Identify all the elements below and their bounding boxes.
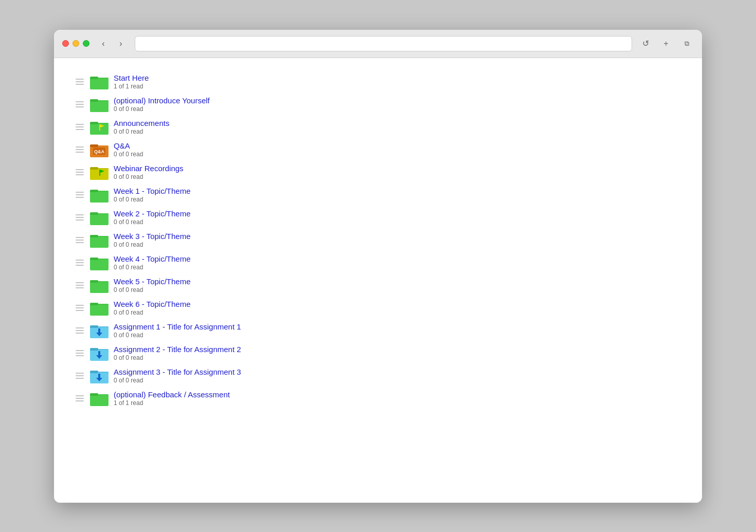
folder-icon xyxy=(90,74,109,89)
svg-rect-22 xyxy=(90,191,109,192)
item-text: Week 3 - Topic/Theme 0 of 0 read xyxy=(114,232,191,248)
item-text: Assignment 1 - Title for Assignment 1 0 … xyxy=(114,322,241,339)
item-title[interactable]: Webinar Recordings xyxy=(114,164,184,173)
item-text: Week 2 - Topic/Theme 0 of 0 read xyxy=(114,209,191,226)
drag-handle[interactable] xyxy=(75,213,85,222)
list-item: Week 2 - Topic/Theme 0 of 0 read xyxy=(75,206,681,229)
item-title[interactable]: Q&A xyxy=(114,141,143,150)
item-title[interactable]: Assignment 1 - Title for Assignment 1 xyxy=(114,322,241,331)
svg-rect-55 xyxy=(90,394,109,395)
svg-rect-46 xyxy=(98,351,100,356)
folder-icon xyxy=(90,119,109,135)
drag-handle[interactable] xyxy=(75,304,85,312)
item-subtitle: 0 of 0 read xyxy=(114,241,191,248)
item-title[interactable]: Assignment 3 - Title for Assignment 3 xyxy=(114,368,241,376)
item-text: (optional) Introduce Yourself 0 of 0 rea… xyxy=(114,96,210,113)
folder-icon xyxy=(90,323,109,338)
folder-icon xyxy=(90,164,109,180)
forward-button[interactable]: › xyxy=(113,36,129,51)
item-subtitle: 0 of 0 read xyxy=(114,218,191,226)
folder-icon xyxy=(90,278,109,293)
drag-handle[interactable] xyxy=(75,100,85,108)
drag-handle[interactable] xyxy=(75,145,85,154)
drag-handle[interactable] xyxy=(75,236,85,244)
item-title[interactable]: Week 5 - Topic/Theme xyxy=(114,277,191,286)
svg-rect-2 xyxy=(90,78,109,79)
svg-rect-26 xyxy=(90,236,109,248)
item-title[interactable]: Week 3 - Topic/Theme xyxy=(114,232,191,241)
folder-icon xyxy=(90,187,109,203)
drag-handle[interactable] xyxy=(75,123,85,131)
list-item: Announcements 0 of 0 read xyxy=(75,116,681,138)
folder-icon xyxy=(90,255,109,270)
svg-rect-17 xyxy=(90,168,109,169)
item-title[interactable]: Assignment 2 - Title for Assignment 2 xyxy=(114,345,241,354)
item-subtitle: 1 of 1 read xyxy=(114,399,230,407)
nav-buttons: ‹ › xyxy=(96,36,129,51)
address-bar[interactable] xyxy=(135,36,632,51)
svg-rect-34 xyxy=(90,281,109,282)
list-item: Assignment 3 - Title for Assignment 3 0 … xyxy=(75,364,681,387)
item-text: Week 5 - Topic/Theme 0 of 0 read xyxy=(114,277,191,293)
item-text: Assignment 3 - Title for Assignment 3 0 … xyxy=(114,368,241,384)
drag-handle[interactable] xyxy=(75,394,85,402)
svg-rect-50 xyxy=(90,372,109,373)
svg-rect-31 xyxy=(90,259,109,260)
item-subtitle: 0 of 0 read xyxy=(114,286,191,293)
item-subtitle: 1 of 1 read xyxy=(114,83,149,90)
traffic-light-red[interactable] xyxy=(62,40,69,47)
item-title[interactable]: Week 1 - Topic/Theme xyxy=(114,187,191,195)
svg-rect-20 xyxy=(90,191,109,203)
svg-rect-8 xyxy=(90,123,109,124)
folder-icon xyxy=(90,210,109,225)
traffic-light-yellow[interactable] xyxy=(73,40,79,47)
item-title[interactable]: Week 4 - Topic/Theme xyxy=(114,254,191,263)
item-text: Announcements 0 of 0 read xyxy=(114,119,169,135)
svg-rect-3 xyxy=(90,100,109,112)
list-item: Assignment 2 - Title for Assignment 2 0 … xyxy=(75,342,681,364)
list-item: Week 1 - Topic/Theme 0 of 0 read xyxy=(75,184,681,206)
item-title[interactable]: (optional) Introduce Yourself xyxy=(114,96,210,105)
list-item: (optional) Feedback / Assessment 1 of 1 … xyxy=(75,387,681,410)
drag-handle[interactable] xyxy=(75,191,85,199)
item-title[interactable]: Announcements xyxy=(114,119,169,127)
svg-rect-53 xyxy=(90,394,109,406)
drag-handle[interactable] xyxy=(75,372,85,380)
back-button[interactable]: ‹ xyxy=(96,36,111,51)
new-tab-button[interactable]: + xyxy=(659,36,673,51)
svg-rect-0 xyxy=(90,78,109,89)
item-title[interactable]: Start Here xyxy=(114,74,149,82)
svg-rect-40 xyxy=(90,326,109,327)
svg-rect-25 xyxy=(90,213,109,214)
drag-handle[interactable] xyxy=(75,326,85,335)
traffic-light-green[interactable] xyxy=(83,40,89,47)
item-text: Week 1 - Topic/Theme 0 of 0 read xyxy=(114,187,191,203)
list-item: Week 6 - Topic/Theme 0 of 0 read xyxy=(75,297,681,319)
item-text: Assignment 2 - Title for Assignment 2 0 … xyxy=(114,345,241,361)
browser-content: Start Here 1 of 1 read (optional) Introd… xyxy=(54,58,702,503)
drag-handle[interactable] xyxy=(75,259,85,267)
item-subtitle: 0 of 0 read xyxy=(114,128,169,135)
item-title[interactable]: Week 6 - Topic/Theme xyxy=(114,300,191,308)
svg-rect-9 xyxy=(99,124,100,131)
item-title[interactable]: (optional) Feedback / Assessment xyxy=(114,390,230,399)
tab-overview-button[interactable]: ⧉ xyxy=(679,36,694,51)
list-item: Week 4 - Topic/Theme 0 of 0 read xyxy=(75,251,681,274)
item-text: Q&A 0 of 0 read xyxy=(114,141,143,158)
drag-handle[interactable] xyxy=(75,349,85,357)
drag-handle[interactable] xyxy=(75,168,85,176)
item-title[interactable]: Week 2 - Topic/Theme xyxy=(114,209,191,218)
item-subtitle: 0 of 0 read xyxy=(114,332,241,339)
folder-icon xyxy=(90,300,109,316)
refresh-button[interactable]: ↺ xyxy=(638,36,653,51)
svg-rect-28 xyxy=(90,236,109,237)
item-subtitle: 0 of 0 read xyxy=(114,173,184,180)
item-subtitle: 0 of 0 read xyxy=(114,151,143,158)
item-subtitle: 0 of 0 read xyxy=(114,377,241,384)
drag-handle[interactable] xyxy=(75,78,85,86)
svg-rect-41 xyxy=(98,328,100,333)
svg-rect-23 xyxy=(90,213,109,225)
svg-rect-12 xyxy=(90,144,98,147)
list-item: Q&A Q&A 0 of 0 read xyxy=(75,138,681,161)
drag-handle[interactable] xyxy=(75,281,85,289)
